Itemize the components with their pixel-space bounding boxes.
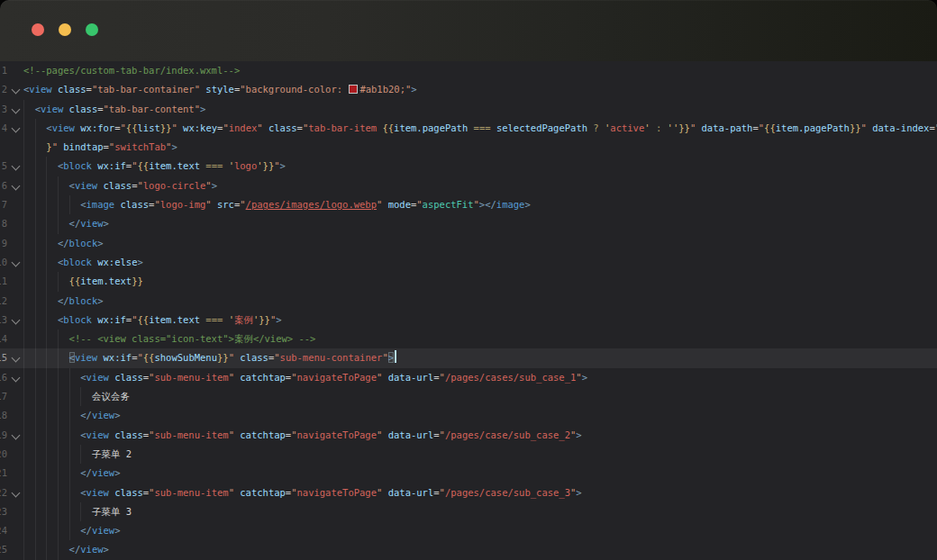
gutter <box>0 138 23 157</box>
fold-chevron-icon[interactable] <box>12 123 21 132</box>
fold-chevron-icon[interactable] <box>12 488 21 497</box>
code-line[interactable]: 9 </block> <box>0 234 937 253</box>
token-tag: view <box>41 104 63 114</box>
code-line[interactable]: 20 子菜单 2 <box>0 445 937 464</box>
fold-chevron-icon[interactable] <box>12 430 21 439</box>
code-line[interactable]: 1<!--pages/custom-tab-bar/index.wxml--> <box>0 61 937 80</box>
fold-chevron-icon[interactable] <box>12 181 21 190</box>
code-line[interactable]: 22 <view class="sub-menu-item" catchtap=… <box>0 483 937 502</box>
token-str: " <box>274 352 279 363</box>
editor-pane[interactable]: 1<!--pages/custom-tab-bar/index.wxml-->2… <box>0 61 937 560</box>
code-content: <!--pages/custom-tab-bar/index.wxml--> <box>23 61 937 80</box>
minimize-button[interactable] <box>59 23 71 36</box>
token-str: " <box>223 122 228 133</box>
code-line[interactable]: 23 子菜单 3 <box>0 502 937 521</box>
code-line[interactable]: 15 <view wx:if="{{showSubMenu}}" class="… <box>0 348 937 367</box>
token-tag: view <box>86 429 109 440</box>
fold-chevron-icon[interactable] <box>12 162 21 171</box>
code-line[interactable]: 10 <block wx:else> <box>0 253 937 272</box>
token-str: " <box>137 352 142 363</box>
line-number: 16 <box>0 368 7 387</box>
token-red: 案例 <box>234 314 253 325</box>
color-swatch[interactable] <box>349 85 358 94</box>
code-content: </view> <box>23 214 937 233</box>
token-attr: wx:if <box>97 352 132 363</box>
code-line[interactable]: 17 会议会务 <box>0 387 937 406</box>
token-eq: = <box>752 122 758 133</box>
token-gold: }} <box>678 122 690 133</box>
code-content: {{item.text}} <box>23 272 937 291</box>
code-line[interactable]: 14 <!-- <view class="icon-text">案例</view… <box>0 330 937 348</box>
code-line[interactable]: 24 </view> <box>0 521 937 540</box>
code-content: 会议会务 <box>23 387 937 406</box>
fold-chevron-icon[interactable] <box>12 373 21 382</box>
token-brk: > <box>171 141 177 152</box>
gutter: 23 <box>0 502 23 521</box>
token-sp <box>23 218 69 229</box>
window-controls <box>32 23 98 36</box>
line-number: 2 <box>0 80 7 99</box>
gutter: 13 <box>0 311 23 330</box>
code-line[interactable]: }" bindtap="switchTab"> <box>0 138 937 157</box>
token-txt: 子菜单 3 <box>92 506 132 517</box>
fold-chevron-icon[interactable] <box>12 354 21 363</box>
code-line[interactable]: 25 </view> <box>0 540 937 559</box>
line-number: 7 <box>0 195 7 214</box>
zoom-button[interactable] <box>86 23 98 36</box>
token-sp <box>23 410 80 420</box>
code-line[interactable]: 8 </view> <box>0 214 937 233</box>
token-brk: < <box>80 372 86 383</box>
token-attr: catchtap <box>234 487 286 498</box>
fold-chevron-icon[interactable] <box>12 315 21 324</box>
token-eq: = <box>86 84 92 95</box>
token-tag: block <box>63 257 92 267</box>
token-sp <box>23 429 80 440</box>
fold-chevron-icon[interactable] <box>12 258 21 267</box>
token-sp <box>23 448 92 459</box>
token-var: item.pagePath <box>394 122 468 133</box>
code-line[interactable]: 21 </view> <box>0 464 937 483</box>
code-line[interactable]: 4 <view wx:for="{{list}}" wx:key="index"… <box>0 119 937 138</box>
code-line[interactable]: 16 <view class="sub-menu-item" catchtap=… <box>0 368 937 387</box>
code-line[interactable]: 18 </view> <box>0 406 937 425</box>
token-tag: view <box>92 525 114 536</box>
line-number: 11 <box>0 272 7 291</box>
token-gold: }} <box>850 122 861 133</box>
token-gold: {{ <box>382 122 394 133</box>
code-line[interactable]: 3 <view class="tab-bar-content"> <box>0 100 937 119</box>
token-str: #ab1b20;" <box>359 84 411 95</box>
code-line[interactable]: 19 <view class="sub-menu-item" catchtap=… <box>0 426 937 445</box>
token-brk: > <box>576 429 581 440</box>
fold-chevron-icon[interactable] <box>12 104 21 113</box>
token-eq: = <box>433 429 439 440</box>
token-attr: catchtap <box>234 429 286 440</box>
code-line[interactable]: 5 <block wx:if="{{item.text === 'logo'}}… <box>0 157 937 176</box>
code-line[interactable]: 11 {{item.text}} <box>0 272 937 291</box>
token-str: " <box>576 372 581 383</box>
token-brk: > <box>280 160 286 171</box>
code-content: </view> <box>23 406 937 425</box>
gutter: 9 <box>0 234 23 253</box>
code-content: </view> <box>23 464 937 483</box>
token-tag: image <box>496 199 525 210</box>
code-line[interactable]: 7 <image class="logo-img" src="/pages/im… <box>0 195 937 214</box>
code-line[interactable]: 6 <view class="logo-circle"> <box>0 176 937 195</box>
code-content: </view> <box>23 540 937 559</box>
code-content: </block> <box>23 234 937 253</box>
token-sp <box>23 257 58 267</box>
code-line[interactable]: 12 </block> <box>0 292 937 311</box>
token-brk: </ <box>80 410 92 420</box>
gutter: 20 <box>0 445 23 464</box>
code-line[interactable]: 2<view class="tab-bar-container" style="… <box>0 80 937 99</box>
token-sp <box>23 372 80 383</box>
fold-chevron-icon[interactable] <box>12 86 21 95</box>
close-button[interactable] <box>32 23 44 36</box>
gutter: 19 <box>0 426 23 445</box>
code-content: <view class="sub-menu-item" catchtap="na… <box>23 426 937 445</box>
token-boxed: < <box>69 352 75 363</box>
token-gold: {{ <box>69 275 81 286</box>
token-attr: class <box>263 122 297 133</box>
token-gold: }} <box>263 160 275 171</box>
token-attr: wx:if <box>92 314 126 325</box>
code-line[interactable]: 13 <block wx:if="{{item.text === '案例'}}"… <box>0 311 937 330</box>
